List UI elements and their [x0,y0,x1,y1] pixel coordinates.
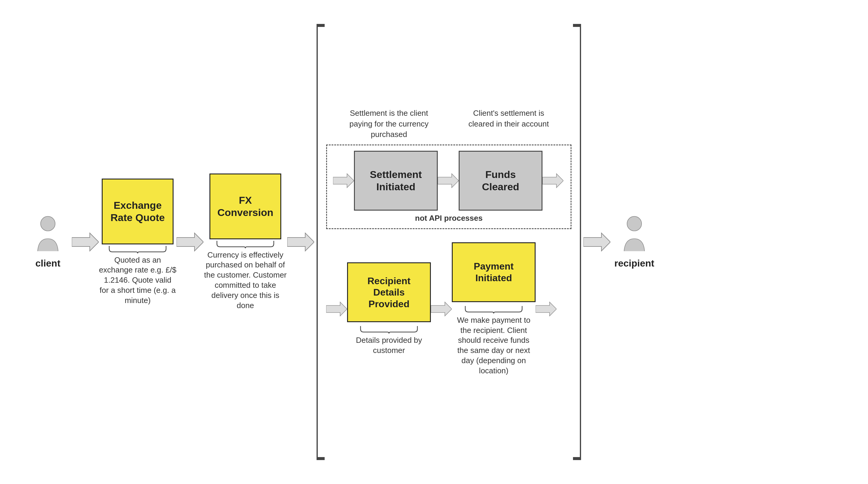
outer-left-bracket [314,18,326,466]
bottom-middle-row: RecipientDetailsProvided Details provide… [326,242,571,376]
middle-section: Settlement is the client paying for the … [326,108,571,376]
diagram-container: client ExchangeRate Quote Quoted as an e… [0,0,868,484]
svg-marker-8 [326,302,347,316]
settlement-initiated-box: SettlementInitiated [354,151,438,211]
svg-rect-13 [620,251,648,254]
svg-marker-7 [542,173,563,188]
settlement-top-annotation: Settlement is the client paying for the … [347,108,431,139]
recipient-brace [347,325,431,333]
flow-wrapper: client ExchangeRate Quote Quoted as an e… [24,18,844,466]
fx-conversion-box: FXConversion [210,173,281,239]
exchange-rate-section: ExchangeRate Quote Quoted as an exchange… [99,179,177,306]
svg-marker-4 [287,233,314,251]
arrow-out-funds [542,172,563,190]
svg-marker-2 [72,233,99,251]
top-middle-row: SettlementInitiated FundsCleared [333,151,565,211]
arrow-recipient-to-payment [431,300,452,318]
row-gap [326,231,571,242]
svg-point-0 [41,216,55,231]
exchange-rate-brace [102,245,174,253]
recipient-label: recipient [614,258,654,269]
svg-marker-11 [584,233,610,251]
fx-brace [210,239,281,248]
payment-brace [452,304,535,314]
recipient-figure: recipient [610,215,658,269]
svg-marker-9 [431,302,452,316]
arrow-1 [72,231,99,253]
payment-initiated-box: PaymentInitiated [452,242,535,302]
exchange-rate-annotation: Quoted as an exchange rate e.g. £/$ 1.21… [99,255,177,306]
recipient-details-section: RecipientDetailsProvided Details provide… [347,262,431,356]
svg-marker-5 [333,173,354,188]
payment-initiated-section: PaymentInitiated We make payment to the … [452,242,535,376]
payment-initiated-annotation: We make payment to the recipient. Client… [455,315,533,376]
recipient-details-box: RecipientDetailsProvided [347,262,431,322]
arrow-out-payment [535,300,557,318]
svg-marker-10 [535,302,557,316]
arrow-final [584,231,610,253]
svg-marker-3 [177,233,204,251]
svg-rect-1 [33,251,62,254]
dashed-region: SettlementInitiated FundsCleared no [326,144,571,229]
fx-annotation: Currency is effectively purchased on beh… [204,250,287,311]
not-api-label: not API processes [333,214,565,223]
arrow-settlement-to-funds [438,172,459,190]
funds-cleared-box: FundsCleared [459,151,542,211]
outer-right-bracket [571,18,584,466]
client-person-icon [31,215,64,254]
recipient-person-icon [618,215,651,254]
funds-cleared-top-annotation: Client's settlement is cleared in their … [467,108,551,139]
client-label: client [35,258,60,269]
arrow-2 [177,231,204,253]
fx-conversion-section: FXConversion Currency is effectively pur… [204,173,287,311]
svg-marker-6 [438,173,459,188]
client-figure: client [24,215,72,269]
arrow-into-recipient [326,300,347,318]
arrow-into-settlement [333,172,354,190]
svg-point-12 [627,216,642,231]
recipient-details-annotation: Details provided by customer [350,335,428,356]
arrow-3 [287,231,314,253]
exchange-rate-box: ExchangeRate Quote [102,179,174,245]
